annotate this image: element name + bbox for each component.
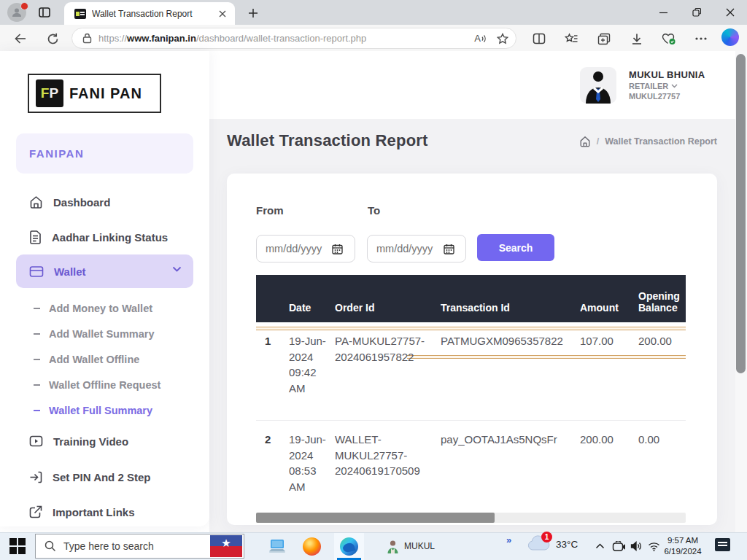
- back-icon[interactable]: [12, 30, 29, 47]
- cell-transaction-id: PATMUGXM0965357822: [441, 333, 576, 349]
- cell-date: 19-Jun-2024 09:42 AM: [289, 333, 331, 396]
- cell-order-id: PA-MUKUL27757-2024061957822: [335, 333, 430, 365]
- lock-icon: [82, 33, 92, 44]
- cell-opening-balance: 200.00: [638, 333, 686, 349]
- start-button[interactable]: [9, 538, 26, 554]
- window-restore-button[interactable]: [680, 0, 713, 25]
- cell-amount: 200.00: [580, 432, 631, 448]
- dash-bullet: [34, 359, 40, 361]
- notification-center-icon[interactable]: [715, 538, 730, 551]
- edge-taskbar-button[interactable]: [334, 533, 364, 560]
- cell-sno: 2: [265, 432, 287, 448]
- window-controls: [646, 0, 747, 25]
- table-horizontal-scrollbar-thumb[interactable]: [256, 513, 495, 523]
- tab-favicon: [74, 9, 86, 19]
- cell-sno: 1: [265, 333, 287, 349]
- calendar-icon[interactable]: [332, 244, 343, 254]
- sidebar-item-add-wallet-summary[interactable]: Add Wallet Summary: [16, 325, 193, 343]
- read-aloud-icon[interactable]: A: [474, 33, 487, 44]
- cell-transaction-id: pay_OOTAJ1As5NQsFr: [441, 432, 576, 448]
- logo-wordmark: FANI PAN: [69, 85, 142, 102]
- clock-time: 9:57 AM: [659, 535, 707, 546]
- table-row: 2 19-Jun-2024 08:53 AM WALLET-MUKUL27757…: [256, 421, 686, 510]
- login-arrow-icon: [29, 471, 42, 483]
- copilot-icon[interactable]: [721, 28, 739, 46]
- favorites-icon[interactable]: [562, 30, 581, 47]
- window-minimize-button[interactable]: [646, 0, 680, 25]
- cell-date: 19-Jun-2024 08:53 AM: [289, 432, 331, 494]
- screen: Wallet Transaction Report https://www.fa…: [0, 0, 747, 560]
- sidebar-item-label: Add Money to Wallet: [49, 303, 152, 314]
- to-label: To: [368, 204, 380, 217]
- logo-fp-mark: FP: [36, 79, 63, 107]
- taskbar-overflow-icon[interactable]: »: [506, 534, 511, 545]
- taskbar-app-mukul[interactable]: MUKUL: [387, 535, 435, 557]
- browser-essentials-icon[interactable]: [659, 30, 678, 47]
- sidebar-item-label: Aadhar Linking Status: [52, 231, 168, 244]
- fanipan-logo[interactable]: FP FANI PAN: [28, 74, 161, 113]
- chevron-down-icon: [671, 84, 678, 88]
- task-view-icon[interactable]: [267, 536, 287, 556]
- sidebar-item-label: Important Links: [53, 506, 135, 518]
- sidebar-item-wallet-offline-request[interactable]: Wallet Offline Request: [16, 376, 193, 394]
- sidebar-item-add-money[interactable]: Add Money to Wallet: [16, 300, 193, 317]
- chevron-down-icon: [172, 266, 182, 272]
- page-scrollbar-thumb[interactable]: [736, 54, 746, 373]
- sidebar-item-set-pin[interactable]: Set PIN And 2 Step: [16, 466, 193, 488]
- user-role-dropdown[interactable]: RETAILER: [629, 82, 678, 90]
- col-header-date: Date: [289, 302, 331, 314]
- refresh-icon[interactable]: [44, 30, 61, 47]
- browser-tab[interactable]: Wallet Transaction Report: [64, 2, 235, 25]
- sidebar-item-label: Training Video: [53, 435, 128, 448]
- search-icon: [44, 540, 56, 552]
- juneteenth-flag-icon[interactable]: ★: [210, 535, 242, 557]
- sidebar-item-wallet[interactable]: Wallet: [16, 254, 193, 288]
- orange-divider-line: [407, 355, 686, 359]
- dash-bullet: [34, 308, 40, 310]
- user-role-label: RETAILER: [629, 82, 668, 90]
- col-header-opening-balance: Opening Balance: [638, 290, 686, 314]
- weather-cloud-icon: 1: [527, 534, 550, 553]
- taskbar-search[interactable]: Type here to search ★: [35, 534, 244, 559]
- settings-more-icon[interactable]: [692, 30, 711, 47]
- search-button[interactable]: Search: [477, 234, 554, 261]
- sidebar-item-add-wallet-offline[interactable]: Add Wallet Offline: [16, 351, 193, 368]
- home-icon: [29, 195, 43, 209]
- clock-date: 6/19/2024: [659, 546, 707, 557]
- wallet-icon: [29, 265, 44, 278]
- split-screen-icon[interactable]: [530, 30, 549, 47]
- window-close-button[interactable]: [713, 0, 747, 25]
- weather-widget[interactable]: 1 33°C: [527, 534, 578, 553]
- new-tab-button[interactable]: [245, 5, 261, 21]
- edge-icon: [340, 537, 358, 556]
- downloads-icon[interactable]: [627, 30, 646, 47]
- col-header-order-id: Order Id: [335, 302, 430, 314]
- collections-icon[interactable]: [595, 30, 614, 47]
- taskbar-search-placeholder: Type here to search: [63, 540, 210, 552]
- tab-actions-icon[interactable]: [38, 6, 51, 19]
- user-avatar[interactable]: [580, 67, 616, 104]
- tray-chevron-up-icon[interactable]: [589, 536, 610, 556]
- sidebar-item-training-video[interactable]: Training Video: [16, 430, 193, 452]
- breadcrumb-separator: /: [597, 136, 599, 147]
- favorite-star-icon[interactable]: [497, 33, 508, 44]
- url-bar[interactable]: https://www.fanipan.in/dashboard/wallet-…: [71, 28, 516, 49]
- sidebar-item-dashboard[interactable]: Dashboard: [16, 191, 193, 213]
- url-text: https://www.fanipan.in/dashboard/wallet-…: [98, 33, 474, 44]
- url-scheme: https://: [98, 33, 127, 44]
- from-label: From: [256, 204, 284, 217]
- firefox-icon[interactable]: [301, 536, 322, 556]
- taskbar-divider: [376, 538, 377, 553]
- sidebar-item-label: Set PIN And 2 Step: [53, 471, 150, 483]
- sidebar-item-important-links[interactable]: Important Links: [16, 501, 193, 523]
- sidebar-item-aadhar-linking[interactable]: Aadhar Linking Status: [16, 226, 193, 248]
- profile-notification-dot: [20, 2, 28, 10]
- calendar-icon[interactable]: [444, 244, 454, 254]
- sidebar-item-wallet-full-summary[interactable]: Wallet Full Summary: [16, 402, 193, 419]
- taskbar-clock[interactable]: 9:57 AM 6/19/2024: [659, 535, 707, 557]
- cell-order-id: WALLET-MUKUL27757-20240619170509: [335, 432, 430, 479]
- breadcrumb-home-icon[interactable]: [579, 136, 591, 147]
- sidebar-item-label: Add Wallet Offline: [49, 354, 139, 365]
- table-header-row: Date Order Id Transaction Id Amount Open…: [256, 275, 686, 322]
- tab-close-icon[interactable]: [216, 7, 229, 20]
